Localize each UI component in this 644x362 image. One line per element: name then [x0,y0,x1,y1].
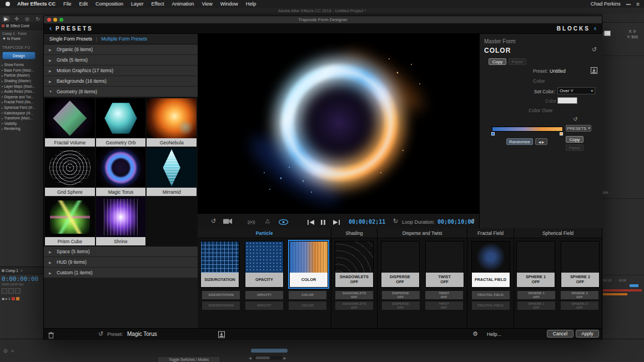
selection-tool-icon[interactable]: ▶ [3,16,9,22]
effect-controls-tab[interactable]: Effect Contr [0,22,43,30]
effect-group-base-form-mast[interactable]: ▸Base Form (Mast... [0,68,43,73]
zoom-window-icon[interactable] [59,18,63,22]
menu-animation[interactable]: Animation [168,0,198,8]
close-icon[interactable]: × [21,269,23,273]
preset-thumb-grid-sphere[interactable]: Grid Sphere [45,148,95,196]
blocks-column-header[interactable]: Shading [331,228,377,238]
grid-icon[interactable] [8,288,14,294]
gradient-bar[interactable] [492,127,563,132]
menu-file[interactable]: File [59,0,76,8]
preset-section-grids-5-items[interactable]: ▶Grids (5 items) [44,55,198,65]
preset-section-backgrounds-16-items[interactable]: ▶Backgrounds (16 items) [44,76,198,86]
snapshot-icon[interactable] [2,288,7,294]
block-tile-twist[interactable]: TWISTOFF [425,241,464,288]
reset-view-icon[interactable]: ↺ [211,217,216,225]
block-tile-shadowlets[interactable]: SHADOWLETSOFF [335,241,374,288]
effect-group-transform-mast[interactable]: ▸Transform (Mast... [0,115,43,121]
zoom-tool-icon[interactable]: ◎ [24,16,31,22]
gear-icon[interactable]: ⚙ [472,330,478,338]
mask-icon[interactable] [15,288,21,294]
block-tile-sphere-2[interactable]: SPHERE 2OFF [561,241,600,288]
preset-section-hud-9-items[interactable]: ▶HUD (9 items) [44,257,198,267]
menu-window[interactable]: Window [217,0,242,8]
apply-button[interactable]: Apply [576,330,599,338]
preset-thumb-fractal-volume[interactable]: Fractal Volume [45,98,95,147]
layer-color-chip-orange[interactable] [16,297,19,300]
block-tile-fractal-field[interactable]: FRACTAL FIELD [471,241,510,288]
layer-bar-orange[interactable] [603,293,627,295]
reset-gradient-icon[interactable]: ↺ [573,116,577,122]
block-tile-sphere-1[interactable]: SPHERE 1OFF [516,241,555,288]
blocks-column-header[interactable]: Fractal Field [467,228,514,238]
preset-section-geometry-8-items[interactable]: ▼Geometry (8 items) [44,87,198,97]
block-tile-color[interactable]: COLOR [289,241,328,288]
randomize-button[interactable]: Randomize [506,138,533,145]
eye-icon[interactable] [279,219,288,227]
dialog-titlebar[interactable]: Trapcode Form Designer [44,16,602,24]
color-swatch[interactable] [557,97,577,104]
save-icon[interactable] [218,330,225,340]
layer-bar-red[interactable] [603,289,642,291]
set-color-dropdown[interactable]: Over Y ▾ [557,87,595,94]
close-window-icon[interactable] [47,18,51,22]
trash-icon[interactable] [48,331,54,341]
preset-section-custom-1-items[interactable]: ▶Custom (1 items) [44,268,198,278]
preset-section-organic-6-items[interactable]: ▶Organic (6 items) [44,44,198,54]
paste-gradient-button[interactable]: Paste [566,144,583,151]
current-timecode[interactable]: 00;00;02;11 [349,218,385,226]
block-tile-size-rotation[interactable]: SIZE/ROTATION [200,241,239,288]
effect-group-show-forms[interactable]: ▸Show Forms [0,62,43,68]
tab-single-form-presets[interactable]: Single Form Presets [49,36,92,42]
effect-group-rendering[interactable]: ▸Rendering [0,126,43,132]
hand-tool-icon[interactable]: ✣ [13,16,20,22]
menu-layer[interactable]: Layer [127,0,148,8]
gradient-stop-left[interactable] [491,132,495,135]
scroll-left-icon[interactable]: ◀ [249,356,251,360]
h-scrollbar[interactable]: ◀ ▶ [249,356,286,360]
minimize-window-icon[interactable] [53,18,57,22]
blocks-header[interactable]: BLOCKS ‹ [557,24,596,32]
effect-group-particle-master[interactable]: ▸Particle (Master) [0,73,43,78]
preset-thumb-magic-torus[interactable]: Magic Torus [96,148,146,196]
chevron-left-icon[interactable]: ‹ [49,24,52,32]
pin-icon[interactable]: ⊙ [3,348,8,354]
block-tile-disperse[interactable]: DISPERSEOFF [381,241,420,288]
preset-thumb-mirramid[interactable]: Mirramid [147,148,197,196]
blocks-column-header[interactable]: Disperse and Twist [378,228,467,238]
scroll-track[interactable] [253,356,282,360]
copy-gradient-button[interactable]: Copy [566,136,583,143]
effect-group-disperse-and-twi[interactable]: ▸Disperse and Twi... [0,94,43,100]
preset-thumb-shrine[interactable]: Shrine [96,197,146,245]
previous-frame-icon[interactable] [308,219,314,227]
gamma-warning-icon[interactable]: △ [265,217,270,225]
apple-icon[interactable] [6,2,10,6]
gradient-presets-button[interactable]: PRESETS ▾ [566,125,591,132]
effect-group-shading-master[interactable]: ▸Shading (Master) [0,78,43,84]
timeline-tab[interactable]: Comp 1 × [0,267,43,274]
block-tile-opacity[interactable]: OPACITY [245,241,284,288]
menu-after-effects-cc[interactable]: After Effects CC [13,0,59,8]
timeline-scrollbar-fragment[interactable] [630,284,638,287]
motion-blur-icon[interactable]: ((•)) [248,218,255,226]
more-icon[interactable]: ••• [626,2,631,7]
preset-thumb-geonebula[interactable]: GeoNebula [147,98,197,147]
effect-row[interactable]: ▼ fx Form [0,36,43,41]
next-frame-icon[interactable] [333,219,340,227]
effect-group-fractal-field-ma[interactable]: ▸Fractal Field (Ma... [0,99,43,105]
menu-composition[interactable]: Composition [92,0,127,8]
menu-view[interactable]: View [198,0,216,8]
paste-button[interactable]: Paste [509,58,526,65]
save-preset-icon[interactable] [591,66,597,76]
blocks-column-header[interactable]: Particle [198,228,331,238]
toggle-switches-button[interactable]: Toggle Switches / Modes [157,356,220,362]
menubar-user[interactable]: Chad Perkins [591,1,621,7]
eye-icon[interactable]: ◉ [2,296,4,300]
list-icon[interactable]: ≡ [636,1,640,7]
cancel-button[interactable]: Cancel [547,330,573,338]
menu-edit[interactable]: Edit [76,0,92,8]
chevron-left-icon[interactable]: ‹ [594,24,596,32]
loop-icon[interactable]: ↻ [393,217,398,225]
effect-group-audio-react-mas[interactable]: ▸Audio React (Mas... [0,89,43,94]
expand-arrow-icon[interactable]: ▸ [6,296,7,300]
copy-button[interactable]: Copy [489,58,506,65]
